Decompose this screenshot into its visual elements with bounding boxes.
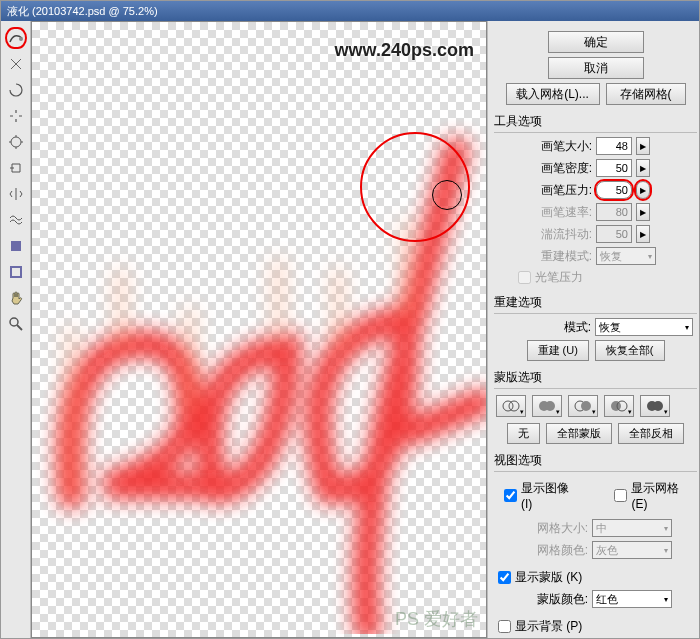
restore-all-button[interactable]: 恢复全部( (595, 340, 665, 361)
turb-jitter-input: 50 (596, 225, 632, 243)
watermark-ps: PS 爱好者 (395, 607, 478, 631)
svg-rect-3 (11, 267, 21, 277)
brush-pressure-input[interactable]: 50 (596, 181, 632, 199)
hand-tool[interactable] (5, 287, 27, 309)
load-grid-button[interactable]: 载入网格(L)... (506, 83, 600, 105)
canvas[interactable]: www.240ps.com PS 爱好者 (31, 21, 487, 638)
mask-replace-button[interactable] (496, 395, 526, 417)
show-grid-checkbox[interactable] (614, 489, 627, 502)
twirl-tool[interactable] (5, 79, 27, 101)
brush-density-label: 画笔密度: (532, 160, 592, 177)
brush-pressure-stepper[interactable]: ▶ (636, 181, 650, 199)
ok-button[interactable]: 确定 (548, 31, 644, 53)
brush-size-label: 画笔大小: (532, 138, 592, 155)
mode-label: 模式: (538, 319, 591, 336)
cancel-button[interactable]: 取消 (548, 57, 644, 79)
mask-color-select[interactable]: 红色▾ (592, 590, 672, 608)
grid-size-label: 网格大小: (528, 520, 588, 537)
show-mask-label: 显示蒙版 (K) (515, 569, 582, 586)
mask-intersect-button[interactable] (604, 395, 634, 417)
turbulence-tool[interactable] (5, 209, 27, 231)
save-grid-button[interactable]: 存储网格( (606, 83, 686, 105)
show-mask-checkbox[interactable] (498, 571, 511, 584)
mask-add-button[interactable] (532, 395, 562, 417)
brush-rate-stepper: ▶ (636, 203, 650, 221)
view-options-group: 视图选项 (494, 452, 697, 472)
freeze-mask-tool[interactable] (5, 235, 27, 257)
show-bg-checkbox[interactable] (498, 620, 511, 633)
watermark-url: www.240ps.com (335, 40, 474, 61)
grid-color-select: 灰色▾ (592, 541, 672, 559)
grid-size-select: 中▾ (592, 519, 672, 537)
brush-rate-input: 80 (596, 203, 632, 221)
mask-none-button[interactable]: 无 (507, 423, 540, 444)
turb-jitter-label: 湍流抖动: (532, 226, 592, 243)
svg-point-11 (611, 401, 621, 411)
pucker-tool[interactable] (5, 105, 27, 127)
window-body: www.240ps.com PS 爱好者 确定 取消 载入网格(L)... 存储… (1, 21, 699, 638)
pen-pressure-checkbox (518, 271, 531, 284)
rebuild-mode-label: 重建模式: (532, 248, 592, 265)
brush-size-stepper[interactable]: ▶ (636, 137, 650, 155)
svg-point-4 (10, 318, 18, 326)
grid-color-label: 网格颜色: (528, 542, 588, 559)
brush-rate-label: 画笔速率: (532, 204, 592, 221)
brush-cursor (432, 180, 462, 210)
turb-jitter-stepper: ▶ (636, 225, 650, 243)
svg-rect-2 (11, 241, 21, 251)
show-grid-label: 显示网格 (E) (631, 480, 687, 511)
svg-point-14 (653, 401, 663, 411)
rebuild-button[interactable]: 重建 (U) (527, 340, 589, 361)
mask-subtract-button[interactable] (568, 395, 598, 417)
window-title: 液化 (20103742.psd @ 75.2%) (7, 4, 158, 19)
tool-palette (1, 21, 31, 638)
brush-density-input[interactable]: 50 (596, 159, 632, 177)
tool-options-group: 工具选项 (494, 113, 697, 133)
show-bg-label: 显示背景 (P) (515, 618, 582, 635)
mask-color-label: 蒙版颜色: (528, 591, 588, 608)
thaw-mask-tool[interactable] (5, 261, 27, 283)
liquify-dialog: 液化 (20103742.psd @ 75.2%) (0, 0, 700, 639)
options-panel: 确定 取消 载入网格(L)... 存储网格( 工具选项 画笔大小:48▶ 画笔密… (487, 21, 699, 638)
svg-point-6 (509, 401, 519, 411)
svg-point-8 (545, 401, 555, 411)
mode-select[interactable]: 恢复▾ (595, 318, 693, 336)
mask-invert-button[interactable] (640, 395, 670, 417)
show-image-checkbox[interactable] (504, 489, 517, 502)
forward-warp-tool[interactable] (5, 27, 27, 49)
rebuild-mode-field: 恢复▾ (596, 247, 656, 265)
push-left-tool[interactable] (5, 157, 27, 179)
reconstruct-tool[interactable] (5, 53, 27, 75)
mask-all-button[interactable]: 全部蒙版 (546, 423, 612, 444)
brush-density-stepper[interactable]: ▶ (636, 159, 650, 177)
mask-invert-all-button[interactable]: 全部反相 (618, 423, 684, 444)
zoom-tool[interactable] (5, 313, 27, 335)
mask-options-group: 蒙版选项 (494, 369, 697, 389)
svg-point-5 (503, 401, 513, 411)
brush-size-input[interactable]: 48 (596, 137, 632, 155)
brush-pressure-label: 画笔压力: (532, 182, 592, 199)
mirror-tool[interactable] (5, 183, 27, 205)
bloat-tool[interactable] (5, 131, 27, 153)
pen-pressure-label: 光笔压力 (535, 269, 583, 286)
show-image-label: 显示图像 (I) (521, 480, 572, 511)
window-titlebar: 液化 (20103742.psd @ 75.2%) (1, 1, 699, 21)
svg-point-10 (581, 401, 591, 411)
rebuild-options-group: 重建选项 (494, 294, 697, 314)
artwork-layer (32, 22, 486, 634)
svg-point-0 (19, 37, 23, 41)
svg-point-1 (11, 137, 21, 147)
